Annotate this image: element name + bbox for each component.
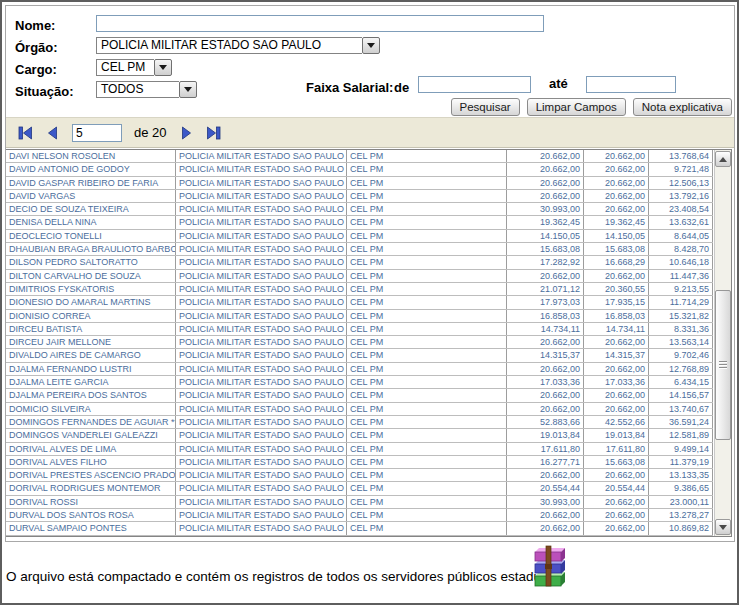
cell-name: DORIVAL ALVES FILHO bbox=[6, 456, 176, 468]
cell-name: DAVID ANTONIO DE GODOY bbox=[6, 163, 176, 175]
table-row[interactable]: DJALMA LEITE GARCIAPOLICIA MILITAR ESTAD… bbox=[6, 376, 713, 389]
cell-v2: 14.150,05 bbox=[584, 230, 649, 242]
vertical-scrollbar[interactable] bbox=[714, 150, 731, 536]
cell-cargo: CEL PM bbox=[347, 336, 507, 348]
table-row[interactable]: DAVI NELSON ROSOLENPOLICIA MILITAR ESTAD… bbox=[6, 150, 713, 163]
cell-orgao: POLICIA MILITAR ESTADO SAO PAULO bbox=[176, 522, 347, 534]
table-row[interactable]: DOMINGOS VANDERLEI GALEAZZIPOLICIA MILIT… bbox=[6, 429, 713, 442]
cell-v2: 15.683,08 bbox=[584, 243, 649, 255]
cell-v2: 20.662,00 bbox=[584, 336, 649, 348]
cell-cargo: CEL PM bbox=[347, 443, 507, 455]
table-row[interactable]: DORIVAL ALVES FILHOPOLICIA MILITAR ESTAD… bbox=[6, 456, 713, 469]
table-row[interactable]: DIONESIO DO AMARAL MARTINSPOLICIA MILITA… bbox=[6, 296, 713, 309]
cell-cargo: CEL PM bbox=[347, 230, 507, 242]
table-row[interactable]: DORIVAL ALVES DE LIMAPOLICIA MILITAR EST… bbox=[6, 443, 713, 456]
table-row[interactable]: DOMICIO SILVEIRAPOLICIA MILITAR ESTADO S… bbox=[6, 403, 713, 416]
cell-cargo: CEL PM bbox=[347, 203, 507, 215]
table-row[interactable]: DAVID GASPAR RIBEIRO DE FARIAPOLICIA MIL… bbox=[6, 177, 713, 190]
cell-v1: 20.662,00 bbox=[507, 150, 584, 162]
scroll-down-button[interactable] bbox=[715, 519, 731, 535]
cell-v3: 36.591,24 bbox=[649, 416, 713, 428]
table-row[interactable]: DIMITRIOS FYSKATORISPOLICIA MILITAR ESTA… bbox=[6, 283, 713, 296]
table-row[interactable]: DILSON PEDRO SALTORATTOPOLICIA MILITAR E… bbox=[6, 256, 713, 269]
cell-v3: 8.644,05 bbox=[649, 230, 713, 242]
table-row[interactable]: DECIO DE SOUZA TEIXEIRAPOLICIA MILITAR E… bbox=[6, 203, 713, 216]
cell-name: DIONISIO CORREA bbox=[6, 310, 176, 322]
cell-orgao: POLICIA MILITAR ESTADO SAO PAULO bbox=[176, 296, 347, 308]
cell-orgao: POLICIA MILITAR ESTADO SAO PAULO bbox=[176, 429, 347, 441]
first-page-icon[interactable] bbox=[18, 126, 33, 140]
orgao-selected-value: POLICIA MILITAR ESTADO SAO PAULO bbox=[96, 37, 362, 54]
situacao-dropdown-button[interactable] bbox=[179, 81, 197, 98]
nota-explicativa-button[interactable]: Nota explicativa bbox=[633, 98, 732, 116]
table-row[interactable]: DJALMA FERNANDO LUSTRIPOLICIA MILITAR ES… bbox=[6, 363, 713, 376]
cell-v3: 15.321,82 bbox=[649, 310, 713, 322]
cell-name: DAVID GASPAR RIBEIRO DE FARIA bbox=[6, 177, 176, 189]
cell-orgao: POLICIA MILITAR ESTADO SAO PAULO bbox=[176, 389, 347, 401]
table-row[interactable]: DORIVAL ROSSIPOLICIA MILITAR ESTADO SAO … bbox=[6, 496, 713, 509]
cell-v2: 19.362,45 bbox=[584, 216, 649, 228]
winrar-archive-icon[interactable] bbox=[529, 545, 567, 589]
results-grid: DAVI NELSON ROSOLENPOLICIA MILITAR ESTAD… bbox=[6, 149, 732, 537]
orgao-select[interactable]: POLICIA MILITAR ESTADO SAO PAULO bbox=[96, 37, 380, 54]
orgao-dropdown-button[interactable] bbox=[362, 37, 380, 54]
next-page-icon[interactable] bbox=[179, 126, 194, 140]
table-row[interactable]: DENISA DELLA NINAPOLICIA MILITAR ESTADO … bbox=[6, 216, 713, 229]
cell-name: DAVID VARGAS bbox=[6, 190, 176, 202]
table-row[interactable]: DHAUBIAN BRAGA BRAULIOTO BARBOSPOLICIA M… bbox=[6, 243, 713, 256]
cell-orgao: POLICIA MILITAR ESTADO SAO PAULO bbox=[176, 363, 347, 375]
table-row[interactable]: DORIVAL PRESTES ASCENCIO PRADOPOLICIA MI… bbox=[6, 469, 713, 482]
table-row[interactable]: DAVID ANTONIO DE GODOYPOLICIA MILITAR ES… bbox=[6, 163, 713, 176]
pesquisar-button[interactable]: Pesquisar bbox=[451, 98, 520, 116]
table-row[interactable]: DIRCEU JAIR MELLONEPOLICIA MILITAR ESTAD… bbox=[6, 336, 713, 349]
scrollbar-thumb[interactable] bbox=[715, 290, 731, 440]
table-row[interactable]: DOMINGOS FERNANDES DE AGUIAR **POLICIA M… bbox=[6, 416, 713, 429]
table-row[interactable]: DIRCEU BATISTAPOLICIA MILITAR ESTADO SAO… bbox=[6, 323, 713, 336]
nome-input[interactable] bbox=[96, 15, 544, 32]
table-row[interactable]: DAVID VARGASPOLICIA MILITAR ESTADO SAO P… bbox=[6, 190, 713, 203]
table-row[interactable]: DJALMA PEREIRA DOS SANTOSPOLICIA MILITAR… bbox=[6, 389, 713, 402]
situacao-label: Situação: bbox=[15, 84, 74, 99]
table-row[interactable]: DIONISIO CORREAPOLICIA MILITAR ESTADO SA… bbox=[6, 310, 713, 323]
cell-v1: 30.993,00 bbox=[507, 203, 584, 215]
cell-v1: 20.554,44 bbox=[507, 482, 584, 494]
table-row[interactable]: DORIVAL RODRIGUES MONTEMORPOLICIA MILITA… bbox=[6, 482, 713, 495]
faixa-ate-input[interactable] bbox=[586, 76, 676, 93]
table-row[interactable]: DEOCLECIO TONELLIPOLICIA MILITAR ESTADO … bbox=[6, 230, 713, 243]
cell-cargo: CEL PM bbox=[347, 270, 507, 282]
limpar-campos-button[interactable]: Limpar Campos bbox=[527, 98, 626, 116]
cell-orgao: POLICIA MILITAR ESTADO SAO PAULO bbox=[176, 482, 347, 494]
cell-v3: 9.213,55 bbox=[649, 283, 713, 295]
cell-name: DIMITRIOS FYSKATORIS bbox=[6, 283, 176, 295]
cell-cargo: CEL PM bbox=[347, 429, 507, 441]
cell-v2: 20.662,00 bbox=[584, 389, 649, 401]
orgao-label: Órgão: bbox=[15, 40, 58, 55]
table-row[interactable]: DIVALDO AIRES DE CAMARGOPOLICIA MILITAR … bbox=[6, 349, 713, 362]
cell-name: DJALMA FERNANDO LUSTRI bbox=[6, 363, 176, 375]
table-row[interactable]: DILTON CARVALHO DE SOUZAPOLICIA MILITAR … bbox=[6, 270, 713, 283]
cargo-selected-value: CEL PM bbox=[96, 59, 154, 76]
page-number-input[interactable] bbox=[72, 124, 122, 142]
cargo-select[interactable]: CEL PM bbox=[96, 59, 172, 76]
previous-page-icon[interactable] bbox=[45, 126, 60, 140]
faixa-de-input[interactable] bbox=[418, 76, 531, 93]
arrow-up-icon bbox=[719, 157, 727, 162]
last-page-icon[interactable] bbox=[206, 126, 221, 140]
situacao-select[interactable]: TODOS bbox=[96, 81, 197, 98]
cell-v1: 19.362,45 bbox=[507, 216, 584, 228]
cell-cargo: CEL PM bbox=[347, 482, 507, 494]
cell-orgao: POLICIA MILITAR ESTADO SAO PAULO bbox=[176, 323, 347, 335]
scroll-up-button[interactable] bbox=[715, 151, 731, 167]
cargo-label: Cargo: bbox=[15, 62, 57, 77]
cell-orgao: POLICIA MILITAR ESTADO SAO PAULO bbox=[176, 190, 347, 202]
cell-name: DJALMA PEREIRA DOS SANTOS bbox=[6, 389, 176, 401]
cell-v2: 20.662,00 bbox=[584, 177, 649, 189]
cell-v1: 17.973,03 bbox=[507, 296, 584, 308]
cell-orgao: POLICIA MILITAR ESTADO SAO PAULO bbox=[176, 416, 347, 428]
table-row[interactable]: DURVAL DOS SANTOS ROSAPOLICIA MILITAR ES… bbox=[6, 509, 713, 522]
cell-v1: 20.662,00 bbox=[507, 469, 584, 481]
cell-orgao: POLICIA MILITAR ESTADO SAO PAULO bbox=[176, 216, 347, 228]
cell-v3: 13.740,67 bbox=[649, 403, 713, 415]
table-row[interactable]: DURVAL SAMPAIO PONTESPOLICIA MILITAR EST… bbox=[6, 522, 713, 535]
cargo-dropdown-button[interactable] bbox=[154, 59, 172, 76]
